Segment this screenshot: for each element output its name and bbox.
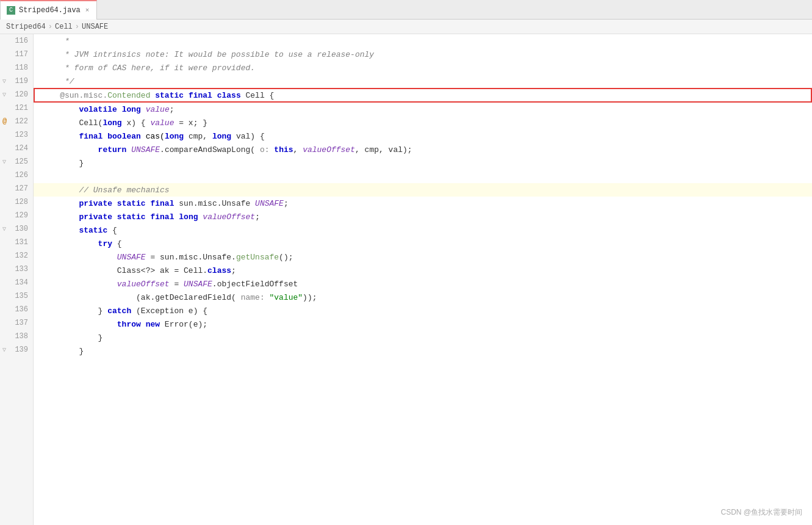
line-num-132: 132 [0,249,33,262]
fold-icon-120[interactable]: ▽ [2,91,6,98]
code-line-129: private static final long valueOffset; [34,210,812,223]
code-line-121: volatile long value; [34,103,812,116]
breadcrumb-unsafe[interactable]: UNSAFE [82,23,108,31]
line-num-128: 128 [0,195,33,209]
line-num-135: 135 [0,289,33,303]
line-num-136: 136 [0,303,33,316]
line-num-120: ▽ 120 [0,88,33,101]
line-num-119: ▽ 119 [0,74,33,88]
line-num-137: 137 [0,316,33,330]
tab-close-button[interactable]: × [84,7,91,14]
line-num-122: @ 122 [0,115,33,128]
tab-striped64[interactable]: C Striped64.java × [0,0,97,20]
line-num-121: 121 [0,101,33,115]
code-line-134: valueOffset = UNSAFE.objectFieldOffset [34,277,812,291]
line-num-126: 126 [0,168,33,182]
line-num-123: 123 [0,128,33,142]
line-num-116: 116 [0,34,33,48]
code-line-131: try { [34,237,812,250]
line-num-139: ▽ 139 [0,343,33,357]
code-line-125: } [34,156,812,170]
code-line-120: @sun.misc.Contended static final class C… [34,88,812,103]
line-num-131: 131 [0,236,33,249]
tab-bar: C Striped64.java × [0,0,812,20]
line-num-118: 118 [0,61,33,74]
code-line-139: } [34,344,812,358]
code-area: 116 117 118 ▽ 119 ▽ 120 121 @ 122 123 12… [0,34,812,525]
fold-icon-130[interactable]: ▽ [2,225,6,233]
line-num-124: 124 [0,142,33,155]
code-line-116: * [34,34,812,48]
line-num-138: 138 [0,330,33,343]
line-num-127: 127 [0,182,33,195]
code-line-124: return UNSAFE.compareAndSwapLong( o: thi… [34,143,812,156]
tab-label: Striped64.java [19,6,81,15]
line-num-129: 129 [0,209,33,222]
code-line-128: private static final sun.misc.Unsafe UNS… [34,197,812,210]
fold-icon-119[interactable]: ▽ [2,78,6,85]
breadcrumb-cell[interactable]: Cell [55,23,73,31]
code-line-122: Cell(long x) { value = x; } [34,116,812,129]
code-line-119: */ [34,74,812,88]
code-line-117: * JVM intrinsics note: It would be possi… [34,48,812,61]
breadcrumb-sep1: › [48,23,52,31]
at-symbol-122: @ [2,117,7,126]
fold-icon-125[interactable]: ▽ [2,158,6,165]
code-line-137: throw new Error(e); [34,317,812,331]
line-num-125: ▽ 125 [0,155,33,168]
code-line-127: // Unsafe mechanics [34,183,812,197]
breadcrumb: Striped64 › Cell › UNSAFE [0,20,812,34]
fold-icon-139[interactable]: ▽ [2,346,6,353]
line-num-133: 133 [0,262,33,276]
code-lines: * * JVM intrinsics note: It would be pos… [34,34,812,525]
file-icon: C [7,6,15,15]
code-line-136: } catch (Exception e) { [34,304,812,317]
watermark: CSDN @鱼找水需要时间 [720,507,802,518]
code-line-123: final boolean cas(long cmp, long val) { [34,129,812,143]
line-num-117: 117 [0,48,33,61]
line-num-134: 134 [0,276,33,289]
breadcrumb-striped64[interactable]: Striped64 [6,23,46,31]
editor-window: C Striped64.java × Striped64 › Cell › UN… [0,0,812,525]
code-line-133: Class<?> ak = Cell.class; [34,264,812,277]
code-line-135: (ak.getDeclaredField( name: "value")); [34,291,812,304]
line-num-130: ▽ 130 [0,222,33,236]
breadcrumb-sep2: › [75,23,79,31]
code-line-138: } [34,331,812,344]
code-line-132: UNSAFE = sun.misc.Unsafe.getUnsafe(); [34,250,812,264]
code-line-118: * form of CAS here, if it were provided. [34,61,812,74]
code-line-130: static { [34,223,812,237]
line-numbers: 116 117 118 ▽ 119 ▽ 120 121 @ 122 123 12… [0,34,34,525]
code-line-126 [34,170,812,183]
